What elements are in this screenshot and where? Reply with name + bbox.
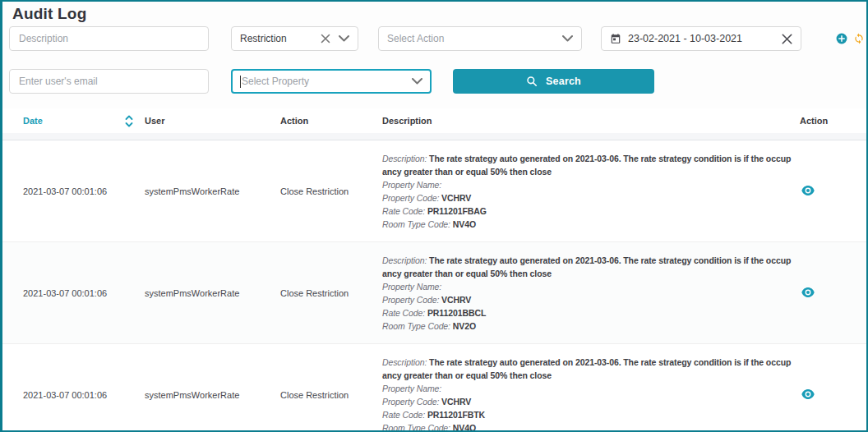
cell-user: systemPmsWorkerRate bbox=[145, 186, 280, 196]
property-select-placeholder: Select Property bbox=[242, 76, 309, 87]
column-header-description: Description bbox=[382, 116, 793, 126]
user-email-input[interactable] bbox=[9, 69, 209, 94]
description-input[interactable] bbox=[9, 26, 209, 51]
view-details-button[interactable] bbox=[800, 286, 816, 299]
audit-log-table: Date User Action Description Action 2021… bbox=[2, 108, 866, 432]
page-title: Audit Log bbox=[12, 5, 866, 23]
audit-log-page: Audit Log Restriction Select Action bbox=[0, 0, 868, 432]
cell-description: Description: The rate strategy auto gene… bbox=[382, 242, 793, 343]
column-header-action: Action bbox=[280, 116, 382, 126]
search-icon bbox=[526, 76, 538, 87]
search-button[interactable]: Search bbox=[453, 69, 654, 94]
property-select[interactable]: Select Property bbox=[231, 69, 432, 94]
cell-description: Description: The rate strategy auto gene… bbox=[382, 344, 793, 432]
chevron-down-icon bbox=[562, 35, 573, 42]
cell-action: Close Restriction bbox=[280, 186, 382, 196]
restriction-select-value: Restriction bbox=[240, 33, 287, 44]
view-details-button[interactable] bbox=[800, 388, 816, 401]
clear-restriction-icon[interactable] bbox=[321, 34, 330, 44]
filter-row-2: Select Property Search bbox=[9, 69, 866, 94]
cell-date: 2021-03-07 00:01:06 bbox=[23, 288, 145, 298]
action-select-placeholder: Select Action bbox=[387, 33, 444, 44]
date-range-value: 23-02-2021 - 10-03-2021 bbox=[628, 33, 742, 44]
column-header-row-action: Action bbox=[793, 116, 859, 126]
table-row: 2021-03-07 00:01:06 systemPmsWorkerRate … bbox=[2, 140, 866, 241]
refresh-button[interactable] bbox=[853, 33, 865, 44]
table-row: 2021-03-07 00:01:06 systemPmsWorkerRate … bbox=[2, 343, 866, 432]
search-button-label: Search bbox=[546, 76, 581, 87]
cell-action: Close Restriction bbox=[280, 390, 382, 400]
header-divider-band bbox=[2, 133, 866, 140]
cell-date: 2021-03-07 00:01:06 bbox=[23, 186, 145, 196]
cell-user: systemPmsWorkerRate bbox=[145, 288, 280, 298]
restriction-select[interactable]: Restriction bbox=[231, 26, 358, 51]
table-row: 2021-03-07 00:01:06 systemPmsWorkerRate … bbox=[2, 241, 866, 343]
cell-description: Description: The rate strategy auto gene… bbox=[382, 140, 793, 241]
calendar-icon bbox=[610, 33, 621, 44]
chevron-down-icon bbox=[339, 35, 349, 42]
filter-row-1: Restriction Select Action bbox=[9, 26, 866, 51]
add-button[interactable] bbox=[836, 33, 847, 44]
cell-date: 2021-03-07 00:01:06 bbox=[23, 390, 145, 400]
sort-icon[interactable] bbox=[125, 115, 133, 127]
filter-bar: Restriction Select Action bbox=[2, 26, 866, 94]
table-header-row: Date User Action Description Action bbox=[2, 108, 866, 133]
view-details-button[interactable] bbox=[800, 184, 816, 197]
cell-user: systemPmsWorkerRate bbox=[145, 390, 280, 400]
column-header-user: User bbox=[145, 116, 280, 126]
cell-action: Close Restriction bbox=[280, 288, 382, 298]
clear-date-icon[interactable] bbox=[782, 34, 792, 44]
action-select[interactable]: Select Action bbox=[378, 26, 582, 51]
chevron-down-icon bbox=[412, 78, 422, 85]
text-cursor bbox=[240, 76, 241, 88]
column-header-date[interactable]: Date bbox=[23, 115, 145, 127]
date-range-picker[interactable]: 23-02-2021 - 10-03-2021 bbox=[601, 26, 801, 51]
